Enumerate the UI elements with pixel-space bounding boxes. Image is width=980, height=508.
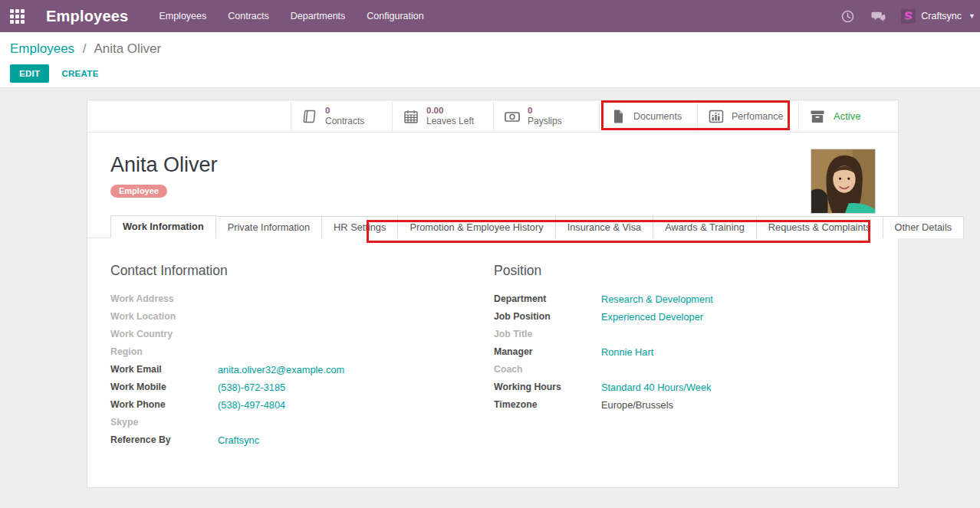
book-icon	[301, 109, 318, 124]
tab-insurance-visa[interactable]: Insurance & Visa	[556, 216, 654, 238]
timezone-value: Europe/Brussels	[601, 396, 673, 414]
field-timezone: Timezone Europe/Brussels	[494, 396, 875, 414]
field-job-title: Job Title	[494, 326, 875, 343]
work-mobile-link[interactable]: (538)-672-3185	[218, 379, 285, 396]
breadcrumb-separator: /	[83, 41, 87, 56]
payslips-count: 0	[528, 106, 562, 116]
field-region: Region	[110, 343, 494, 361]
document-icon	[610, 109, 626, 124]
user-avatar	[901, 9, 916, 24]
documents-label: Documents	[633, 111, 682, 122]
tab-hr-settings[interactable]: HR Settings	[322, 216, 398, 238]
contact-information-section: Contact Information Work Address Work Lo…	[110, 263, 494, 449]
calendar-icon	[403, 109, 419, 124]
archive-icon	[809, 109, 826, 124]
job-position-link[interactable]: Experienced Developer	[601, 308, 703, 326]
app-title: Employees	[46, 8, 128, 25]
breadcrumb: Employees / Anita Oliver	[10, 41, 968, 57]
navbar-right: Craftsync ▼	[841, 9, 980, 24]
position-section: Position Department Research & Developme…	[494, 263, 875, 449]
field-work-address: Work Address	[110, 290, 494, 308]
user-menu[interactable]: Craftsync ▼	[901, 9, 975, 24]
tab-other-details[interactable]: Other Details	[883, 216, 965, 238]
contracts-count: 0	[325, 106, 364, 116]
top-navbar: Employees Employees Contracts Department…	[0, 0, 980, 32]
create-button[interactable]: CREATE	[61, 69, 98, 78]
field-manager: Manager Ronnie Hart	[494, 343, 875, 361]
apps-menu-button[interactable]	[0, 0, 34, 32]
content-area: 0 Contracts 0.00 Leaves Left	[0, 89, 980, 508]
notebook-tabs: Work Information Private Information HR …	[87, 215, 898, 238]
field-work-country: Work Country	[110, 326, 494, 343]
employee-name: Anita Oliver	[110, 153, 898, 177]
tab-promotion-employee-history[interactable]: Promotion & Employee History	[398, 216, 555, 238]
contracts-label: Contracts	[325, 116, 364, 126]
leaves-label: Leaves Left	[426, 116, 474, 126]
active-label: Active	[834, 110, 860, 122]
tab-private-information[interactable]: Private Information	[216, 216, 322, 238]
menu-item-configuration[interactable]: Configuration	[367, 11, 423, 21]
menu-item-contracts[interactable]: Contracts	[228, 11, 269, 21]
performance-label: Perfomance	[732, 111, 783, 122]
employee-tag-badge: Employee	[110, 185, 167, 198]
field-job-position: Job Position Experienced Developer	[494, 308, 875, 326]
performance-button[interactable]: Perfomance	[697, 100, 798, 132]
field-work-location: Work Location	[110, 308, 494, 326]
employee-photo[interactable]	[811, 149, 876, 214]
reference-by-link[interactable]: Craftsync	[218, 431, 259, 449]
activities-clock-icon[interactable]	[841, 10, 854, 23]
breadcrumb-current: Anita Oliver	[94, 41, 161, 56]
user-name: Craftsync	[921, 11, 962, 21]
payslips-label: Payslips	[528, 116, 562, 126]
main-menu: Employees Contracts Departments Configur…	[159, 11, 423, 21]
edit-button[interactable]: EDIT	[10, 64, 49, 83]
screen: Employees Employees Contracts Department…	[0, 0, 980, 508]
documents-button[interactable]: Documents	[599, 100, 697, 132]
messages-icon[interactable]	[871, 10, 884, 23]
control-panel-buttons: EDIT CREATE	[10, 64, 968, 83]
working-hours-link[interactable]: Standard 40 Hours/Week	[601, 379, 711, 396]
stat-button-box: 0 Contracts 0.00 Leaves Left	[87, 100, 898, 133]
money-icon	[504, 109, 521, 124]
field-department: Department Research & Development	[494, 290, 875, 308]
bar-chart-icon	[708, 109, 725, 124]
position-section-title: Position	[494, 263, 875, 279]
control-panel: Employees / Anita Oliver EDIT CREATE Pri…	[0, 32, 980, 88]
leaves-count: 0.00	[426, 106, 474, 116]
department-link[interactable]: Research & Development	[601, 290, 713, 308]
field-skype: Skype	[110, 414, 494, 431]
work-email-link[interactable]: anita.oliver32@example.com	[218, 361, 344, 379]
tab-work-information[interactable]: Work Information	[110, 215, 216, 238]
leaves-stat-button[interactable]: 0.00 Leaves Left	[392, 100, 493, 132]
employee-form-sheet: 0 Contracts 0.00 Leaves Left	[87, 100, 899, 488]
payslips-stat-button[interactable]: 0 Payslips	[493, 100, 599, 132]
field-coach: Coach	[494, 361, 875, 379]
active-toggle-button[interactable]: Active	[798, 100, 898, 132]
menu-item-employees[interactable]: Employees	[159, 11, 206, 21]
field-reference-by: Reference By Craftsync	[110, 431, 494, 449]
manager-link[interactable]: Ronnie Hart	[601, 343, 653, 361]
tab-awards-training[interactable]: Awards & Training	[653, 216, 757, 238]
breadcrumb-employees-link[interactable]: Employees	[10, 41, 74, 56]
work-phone-link[interactable]: (538)-497-4804	[218, 396, 285, 414]
menu-item-departments[interactable]: Departments	[291, 11, 346, 21]
user-caret-down-icon: ▼	[968, 12, 975, 20]
work-information-form: Contact Information Work Address Work Lo…	[87, 238, 898, 449]
contracts-stat-button[interactable]: 0 Contracts	[291, 100, 392, 132]
tab-requests-complaints[interactable]: Requests & Complaints	[757, 216, 883, 238]
field-work-phone: Work Phone (538)-497-4804	[110, 396, 494, 414]
field-work-mobile: Work Mobile (538)-672-3185	[110, 379, 494, 396]
apps-grid-icon	[10, 9, 25, 24]
contact-section-title: Contact Information	[110, 263, 494, 279]
field-work-email: Work Email anita.oliver32@example.com	[110, 361, 494, 379]
field-working-hours: Working Hours Standard 40 Hours/Week	[494, 379, 875, 396]
